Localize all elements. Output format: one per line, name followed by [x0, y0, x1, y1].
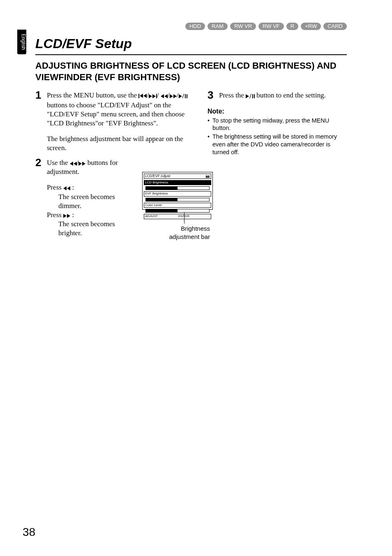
step2-press-l: Press [47, 183, 63, 191]
badge-rwvr: RW VR [230, 23, 256, 30]
badge-card: CARD [323, 23, 347, 30]
fig-row-2: EVF Brightness [145, 192, 168, 196]
badge-r: R [286, 23, 298, 30]
figure-brightness: LCD/EVF Adjust 📷 LCD Brightness EVF Brig… [142, 172, 224, 241]
fig-foot-enter: ENTER [178, 214, 189, 218]
figure-box: LCD/EVF Adjust 📷 LCD Brightness EVF Brig… [142, 172, 213, 210]
page-number: 38 [23, 525, 35, 540]
step1-text-b: buttons to choose "LCD/EVF Adjust" on th… [47, 101, 184, 127]
page-title: LCD/EVF Setup [35, 35, 347, 55]
badge-rwvf: RW VF [258, 23, 284, 30]
step3-text-a: Press the [219, 91, 246, 99]
step-1: 1 Press the MENU button, use the // /// … [35, 91, 194, 153]
badge-plusrw: +RW [301, 23, 321, 30]
slider-evf [145, 198, 210, 202]
step-number-1: 1 [35, 88, 41, 102]
note-list: To stop the setting midway, press the ME… [208, 117, 347, 156]
ffwd-icon [170, 94, 177, 98]
step2-text-a: Use the [47, 159, 70, 167]
step-3: 3 Press the / button to end the setting. [208, 91, 347, 101]
note-item-1: To stop the setting midway, press the ME… [208, 117, 347, 132]
frew-icon [63, 186, 70, 190]
fig-caption-2: adjustment bar [169, 233, 210, 240]
step2-brighter: The screen becomes brighter. [47, 220, 122, 238]
fig-row-3: Color Level [145, 203, 161, 207]
frew-icon [70, 162, 77, 166]
camera-icon: 📷 [205, 174, 210, 178]
step-number-3: 3 [208, 88, 213, 102]
playpause-icon: / [179, 92, 188, 101]
frew-icon [161, 94, 168, 98]
ffwd-icon [63, 214, 70, 218]
step1-text-a: Press the MENU button, use the [47, 91, 138, 99]
step2-press-r: Press [47, 211, 63, 219]
fig-row-1: LCD Brightness [145, 181, 168, 185]
skipb-icon [138, 94, 147, 98]
fig-foot-adjust: ADJUST [145, 214, 158, 218]
slider-lcd [145, 186, 210, 190]
step-number-2: 2 [35, 156, 41, 170]
note-heading: Note: [208, 107, 347, 116]
slider-color [145, 209, 210, 213]
badge-ram: RAM [208, 23, 228, 30]
language-tab: English [17, 30, 26, 54]
ffwd-icon [78, 162, 85, 166]
badge-hdd: HDD [185, 23, 205, 30]
skipf-icon [149, 94, 157, 98]
section-heading: ADJUSTING BRIGHTNESS OF LCD SCREEN (LCD … [35, 60, 347, 83]
step3-text-b: button to end the setting. [256, 91, 326, 99]
fig-title: LCD/EVF Adjust [145, 174, 170, 178]
step1-text-c: The brightness adjustment bar will appea… [47, 134, 194, 153]
step2-dimmer: The screen becomes dimmer. [47, 192, 122, 211]
playpause-icon: / [246, 92, 255, 101]
note-item-2: The brightness setting will be stored in… [208, 133, 347, 156]
fig-caption-1: Brightness [181, 225, 210, 232]
media-badges: HDD RAM RW VR RW VF R +RW CARD [185, 23, 347, 30]
